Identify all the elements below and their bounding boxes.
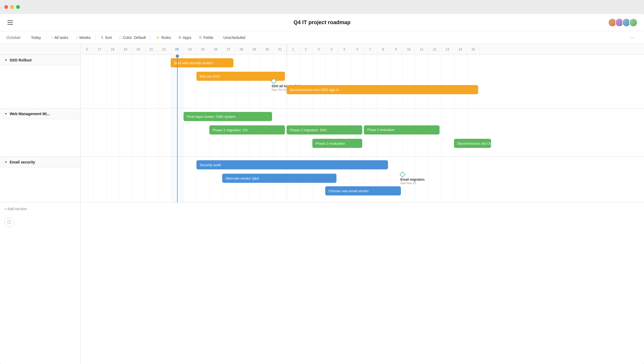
milestone-due: Due Nov 10 — [400, 181, 416, 185]
all-tasks-icon: ○ — [51, 35, 53, 39]
add-section-button[interactable]: + Add section — [0, 202, 80, 215]
grid-line — [145, 55, 145, 108]
sso-gantt-row: Brief with security vendorRoll out SSOSS… — [80, 55, 644, 108]
traffic-light-red[interactable] — [4, 5, 8, 9]
grid-line — [454, 55, 454, 108]
gantt-bar[interactable]: Security audit — [196, 160, 388, 169]
all-tasks-button[interactable]: ○ All tasks — [47, 34, 72, 41]
grid-line — [145, 108, 145, 156]
gantt-container: ▼ SSO Rollout ▼ Web Management Mi... ▼ E… — [0, 44, 644, 364]
menu-button[interactable] — [6, 19, 14, 26]
milestone-label: Email migration — [400, 178, 425, 181]
gantt-bar[interactable]: Phase 2 migration: 50% — [287, 125, 362, 134]
chevron-down-icon: ▼ — [4, 58, 8, 62]
gantt-bar[interactable]: Decommission non-SSO sign in — [287, 85, 478, 94]
section-header-email[interactable]: ▼ Email security — [0, 157, 80, 168]
grid-line — [93, 157, 94, 202]
section-header-sso[interactable]: ▼ SSO Rollout — [0, 55, 80, 65]
gantt-bar[interactable]: Choose new email vendor — [325, 186, 401, 195]
toolbar: October Today ○ All tasks ○ Weeks ⇅ Sort… — [0, 31, 644, 44]
unscheduled-button[interactable]: Unscheduled — [219, 34, 249, 41]
gantt-bar[interactable]: Brief with security vendor — [171, 58, 233, 67]
date-cell: 5 — [338, 44, 351, 54]
info-icon[interactable]: ⓘ — [4, 217, 14, 227]
date-cell: 6 — [80, 44, 93, 54]
weeks-button[interactable]: ○ Weeks — [72, 34, 94, 41]
gantt-bar[interactable]: Phase 2 evaluation — [312, 139, 362, 148]
date-cell: 13 — [441, 44, 454, 54]
section-header-web[interactable]: ▼ Web Management Mi... — [0, 108, 80, 119]
page-title: Q4 IT project roadmap — [294, 19, 350, 26]
grid-line — [158, 55, 158, 108]
avatar[interactable] — [629, 18, 638, 27]
sort-button[interactable]: ⇅ Sort — [97, 34, 116, 41]
date-cell: 25 — [196, 44, 209, 54]
grid-line — [441, 108, 441, 156]
avatar-group — [608, 18, 638, 27]
fields-button[interactable]: ☰ Fields — [195, 34, 217, 41]
apps-button[interactable]: ⊞ Apps — [175, 34, 195, 41]
today-line — [177, 55, 178, 202]
sso-section: ▼ SSO Rollout — [0, 55, 80, 108]
grid-line — [119, 157, 119, 202]
traffic-light-green[interactable] — [16, 5, 20, 9]
rules-button[interactable]: ⚡ Rules — [152, 34, 175, 41]
date-cell: 11 — [415, 44, 428, 54]
grid-line — [364, 55, 364, 108]
grid-line — [106, 55, 107, 108]
grid-line — [467, 157, 467, 202]
email-gantt-row: Security auditAlternate vendor Q&AEmail … — [80, 157, 644, 202]
more-label: ··· — [631, 35, 634, 40]
grid-line — [428, 55, 429, 108]
traffic-light-yellow[interactable] — [10, 5, 14, 9]
fields-icon: ☰ — [199, 35, 202, 39]
grid-line — [390, 55, 390, 108]
gantt-bar[interactable]: Phase 2 evaluation — [364, 125, 440, 134]
header: Q4 IT project roadmap — [0, 14, 644, 31]
date-cell: 15 — [467, 44, 480, 54]
date-cell: 7 — [364, 44, 377, 54]
date-cell: 1 — [287, 44, 299, 54]
section-label-email: Email security — [10, 160, 35, 164]
weeks-label: Weeks — [79, 35, 91, 40]
grid-line — [312, 55, 313, 108]
grid-line — [119, 55, 119, 108]
date-cell: 20 — [132, 44, 145, 54]
grid-line — [441, 55, 441, 108]
date-cell: 24 — [184, 44, 196, 54]
apps-label: Apps — [183, 35, 191, 40]
grid-line — [338, 55, 338, 108]
grid-line — [106, 157, 107, 202]
date-cell: 28 — [235, 44, 248, 54]
date-cell: 26 — [209, 44, 222, 54]
sort-label: Sort — [105, 35, 112, 40]
traffic-lights — [4, 5, 20, 9]
date-cell: 19 — [119, 44, 132, 54]
gantt-bar[interactable]: Alternate vendor Q&A — [222, 174, 336, 183]
grid-line — [377, 55, 377, 108]
date-cell: 27 — [222, 44, 235, 54]
date-cell: 18 — [106, 44, 119, 54]
date-cell: 12 — [428, 44, 441, 54]
fields-label: Fields — [203, 35, 213, 40]
grid-line — [467, 55, 467, 108]
today-button[interactable]: Today — [27, 34, 45, 41]
date-header: 6171819202122232425262728293031123456789… — [80, 44, 644, 55]
grid-line — [454, 157, 454, 202]
grid-line — [119, 108, 119, 156]
color-button[interactable]: □ Color: Default — [116, 34, 149, 41]
more-button[interactable]: ··· — [627, 34, 638, 41]
milestone-due: Due Oct 31 — [272, 88, 287, 91]
gantt-bar[interactable]: Decommission old CMS — [454, 139, 491, 148]
section-label-sso: SSO Rollout — [10, 58, 32, 62]
rules-icon: ⚡ — [156, 35, 160, 39]
gantt-bar[interactable]: Phase 1 migration: 1% — [209, 125, 285, 134]
gantt-bar[interactable]: Final legal review: CMS system — [184, 112, 272, 121]
separator — [218, 35, 218, 40]
email-section: ▼ Email security — [0, 157, 80, 202]
rules-label: Rules — [161, 35, 171, 40]
apps-icon: ⊞ — [178, 35, 181, 39]
separator — [151, 35, 151, 40]
grid-line — [93, 108, 94, 156]
grid-line — [325, 55, 325, 108]
